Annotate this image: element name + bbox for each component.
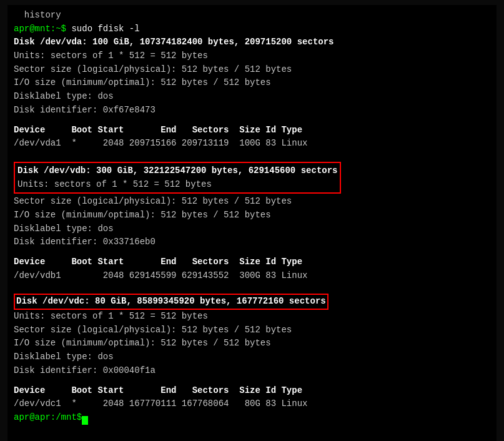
vdb-sector-size: Sector size (logical/physical): 512 byte… xyxy=(14,196,292,206)
vdc-units: Units: sectors of 1 * 512 = 512 bytes xyxy=(14,311,208,321)
vdc-disk-line: Disk /dev/vdc: 80 GiB, 85899345920 bytes… xyxy=(16,295,326,309)
vdb-identifier-line: Disk identifier: 0x33716eb0 xyxy=(14,235,490,249)
vdc-sector-size-line: Sector size (logical/physical): 512 byte… xyxy=(14,324,490,337)
vda-io-line: I/O size (minimum/optimal): 512 bytes / … xyxy=(14,76,490,90)
prompt-path-1: ~$ xyxy=(56,24,66,34)
vdb-units: Units: sectors of 1 * 512 = 512 bytes xyxy=(17,179,212,189)
vda-identifier-line: Disk identifier: 0xf67e8473 xyxy=(14,104,490,117)
vdb-table-header: Device Boot Start End Sectors Size Id Ty… xyxy=(14,255,490,269)
vda-sector-size-line: Sector size (logical/physical): 512 byte… xyxy=(14,63,490,77)
vdc-disk-info: Disk /dev/vdc: 80 GiB, 85899345920 bytes… xyxy=(16,296,326,306)
vdb-header-text: Device Boot Start End Sectors Size Id Ty… xyxy=(14,257,302,267)
vdc-sector-size: Sector size (logical/physical): 512 byte… xyxy=(14,325,292,335)
vda-units-line: Units: sectors of 1 * 512 = 512 bytes xyxy=(14,49,490,63)
vdb-io: I/O size (minimum/optimal): 512 bytes / … xyxy=(14,210,271,220)
gap-1 xyxy=(14,117,490,124)
vda-partition-data: /dev/vda1 * 2048 209715166 209713119 100… xyxy=(14,138,307,148)
vdb-disklabel: Disklabel type: dos xyxy=(14,224,114,234)
vdc-red-box: Disk /dev/vdc: 80 GiB, 85899345920 bytes… xyxy=(14,294,329,310)
vdb-identifier: Disk identifier: 0x33716eb0 xyxy=(14,237,156,247)
vdb-sector-size-line: Sector size (logical/physical): 512 byte… xyxy=(14,195,490,209)
prompt-line-1: apr@mnt:~$ sudo fdisk -l xyxy=(14,22,490,36)
terminal-window: history apr@mnt:~$ sudo fdisk -l Disk /d… xyxy=(7,5,497,441)
vdc-io: I/O size (minimum/optimal): 512 bytes / … xyxy=(14,338,271,348)
prompt-path-final: /mnt$ xyxy=(56,412,82,422)
vdc-io-line: I/O size (minimum/optimal): 512 bytes / … xyxy=(14,337,490,350)
vda-table-header: Device Boot Start End Sectors Size Id Ty… xyxy=(14,124,490,137)
history-line: history xyxy=(14,9,490,22)
prompt-line-final: apr@apr:/mnt$ xyxy=(14,411,490,425)
prompt-user-final: apr@apr: xyxy=(14,412,56,422)
vda-disk-line: Disk /dev/vda: 100 GiB, 107374182400 byt… xyxy=(14,36,490,49)
vda-header-text: Device Boot Start End Sectors Size Id Ty… xyxy=(14,125,302,135)
vdb-units-line: Units: sectors of 1 * 512 = 512 bytes xyxy=(17,178,337,192)
vdc-partition-data: /dev/vdc1 * 2048 167770111 167768064 80G… xyxy=(14,399,307,409)
vda-identifier: Disk identifier: 0xf67e8473 xyxy=(14,105,156,115)
vdb-disklabel-line: Disklabel type: dos xyxy=(14,222,490,236)
prompt-user-1: apr@mnt: xyxy=(14,24,56,34)
vdc-identifier: Disk identifier: 0x00040f1a xyxy=(14,365,156,375)
vdc-table-header: Device Boot Start End Sectors Size Id Ty… xyxy=(14,384,490,398)
vdb-red-box: Disk /dev/vdb: 300 GiB, 322122547200 byt… xyxy=(14,162,341,194)
vdb-partition-data: /dev/vdb1 2048 629145599 629143552 300G … xyxy=(14,270,307,280)
vda-disklabel: Disklabel type: dos xyxy=(14,91,114,101)
cursor xyxy=(82,416,88,425)
vdc-identifier-line: Disk identifier: 0x00040f1a xyxy=(14,364,490,378)
command-1: sudo fdisk -l xyxy=(66,24,140,34)
vda-sector-size: Sector size (logical/physical): 512 byte… xyxy=(14,64,292,74)
vda-disklabel-line: Disklabel type: dos xyxy=(14,90,490,104)
gap-4 xyxy=(14,282,490,294)
vdc-units-line: Units: sectors of 1 * 512 = 512 bytes xyxy=(14,310,490,324)
gap-2 xyxy=(14,151,490,162)
vda-disk-info: Disk /dev/vda: 100 GiB, 107374182400 byt… xyxy=(14,37,334,47)
gap-5 xyxy=(14,378,490,384)
vdb-partition-row: /dev/vdb1 2048 629145599 629143552 300G … xyxy=(14,269,490,283)
vda-partition-row: /dev/vda1 * 2048 209715166 209713119 100… xyxy=(14,137,490,151)
vdb-disk-info: Disk /dev/vdb: 300 GiB, 322122547200 byt… xyxy=(17,166,337,176)
vda-io: I/O size (minimum/optimal): 512 bytes / … xyxy=(14,77,271,87)
vdc-header-text: Device Boot Start End Sectors Size Id Ty… xyxy=(14,385,302,395)
vdb-io-line: I/O size (minimum/optimal): 512 bytes / … xyxy=(14,209,490,222)
gap-3 xyxy=(14,249,490,255)
vda-units: Units: sectors of 1 * 512 = 512 bytes xyxy=(14,51,208,61)
vdb-disk-line: Disk /dev/vdb: 300 GiB, 322122547200 byt… xyxy=(17,164,337,178)
vdc-disklabel-line: Disklabel type: dos xyxy=(14,350,490,364)
vdc-disklabel: Disklabel type: dos xyxy=(14,352,114,362)
vdc-partition-row: /dev/vdc1 * 2048 167770111 167768064 80G… xyxy=(14,397,490,411)
